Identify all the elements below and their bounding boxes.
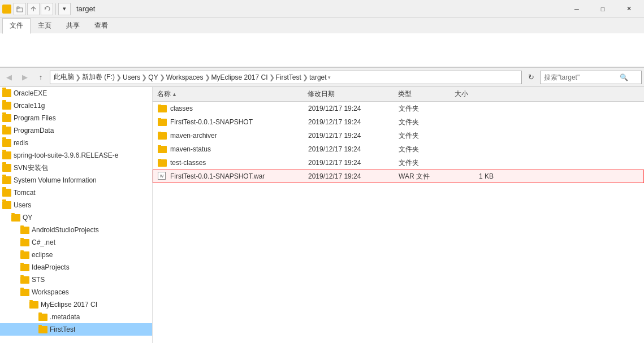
sidebar-label: .metadata: [50, 313, 80, 321]
sidebar-item-ideaprojects[interactable]: IdeaProjects: [0, 261, 152, 273]
folder-icon: [11, 214, 20, 222]
maximize-btn[interactable]: □: [590, 0, 616, 18]
path-qy[interactable]: QY: [148, 73, 158, 81]
back-btn[interactable]: ◀: [2, 71, 16, 84]
path-dropdown-icon[interactable]: ▾: [328, 75, 331, 80]
sidebar-item-metadata[interactable]: .metadata: [0, 311, 152, 323]
tab-view[interactable]: 查看: [87, 18, 115, 33]
file-type: 文件夹: [396, 131, 453, 141]
file-row-firsttest-snap[interactable]: FirstTest-0.0.1-SNAPSHOT 2019/12/17 19:2…: [153, 115, 644, 129]
sidebar-label: System Volume Information: [14, 176, 97, 184]
ribbon-tabs: 文件 主页 共享 查看: [0, 18, 644, 33]
sidebar-item-oracleexe[interactable]: OracleEXE: [0, 87, 152, 99]
file-name: FirstTest-0.0.1-SNAPSHOT.war: [170, 172, 265, 180]
undo-btn[interactable]: [41, 3, 53, 15]
file-name-cell: maven-status: [153, 145, 306, 153]
file-type: 文件夹: [396, 104, 453, 114]
quick-access-btn1[interactable]: [14, 3, 26, 15]
sidebar-label: STS: [32, 276, 45, 284]
refresh-btn[interactable]: ↻: [524, 71, 538, 84]
sidebar-item-systemvolume[interactable]: System Volume Information: [0, 174, 152, 186]
sidebar-label: FirstTest: [50, 325, 75, 333]
folder-icon: [2, 102, 11, 110]
sidebar-item-firsttest[interactable]: FirstTest: [0, 323, 152, 336]
path-computer[interactable]: 此电脑: [54, 72, 74, 82]
file-row-test-classes[interactable]: test-classes 2019/12/17 19:24 文件夹: [153, 156, 644, 170]
sidebar-item-users[interactable]: Users: [0, 199, 152, 211]
title-bar: ▾ target ─ □ ✕: [0, 0, 644, 18]
tab-file[interactable]: 文件: [2, 18, 31, 34]
file-row-war[interactable]: W FirstTest-0.0.1-SNAPSHOT.war 2019/12/1…: [153, 170, 644, 183]
file-name-cell: classes: [153, 105, 306, 112]
file-row-maven-status[interactable]: maven-status 2019/12/17 19:24 文件夹: [153, 142, 644, 156]
folder-icon: [158, 105, 167, 112]
tab-home[interactable]: 主页: [31, 18, 59, 33]
file-area: 名称 ▲ 修改日期 类型 大小 classes 2019/12/17 19:24: [153, 87, 644, 343]
forward-btn[interactable]: ▶: [18, 71, 32, 84]
up-btn[interactable]: ↑: [34, 71, 47, 84]
folder-icon: [2, 201, 11, 209]
sidebar-item-qy[interactable]: QY: [0, 211, 152, 224]
sidebar-item-tomcat[interactable]: Tomcat: [0, 186, 152, 199]
file-name: maven-archiver: [170, 132, 217, 140]
address-bar: ◀ ▶ ↑ 此电脑 ❯ 新加卷 (F:) ❯ Users ❯ QY ❯ Work…: [0, 68, 644, 87]
address-path[interactable]: 此电脑 ❯ 新加卷 (F:) ❯ Users ❯ QY ❯ Workspaces…: [50, 71, 522, 84]
svg-rect-1: [3, 6, 6, 8]
dropdown-btn[interactable]: ▾: [58, 3, 71, 15]
sidebar-label: QY: [23, 214, 32, 222]
window-title: target: [76, 5, 95, 13]
sidebar-item-csharp[interactable]: C#_.net: [0, 236, 152, 249]
sidebar-item-svn[interactable]: SVN安装包: [0, 162, 152, 174]
sidebar-item-programdata[interactable]: ProgramData: [0, 124, 152, 137]
file-row-maven-archiver[interactable]: maven-archiver 2019/12/17 19:24 文件夹: [153, 129, 644, 142]
folder-icon: [20, 239, 29, 246]
sidebar-label: Orcale11g: [14, 102, 45, 110]
path-workspaces[interactable]: Workspaces: [166, 73, 204, 81]
tab-share[interactable]: 共享: [59, 18, 87, 33]
path-drive[interactable]: 新加卷 (F:): [82, 72, 115, 82]
sidebar-item-programfiles[interactable]: Program Files: [0, 112, 152, 124]
sidebar-item-androidstudio[interactable]: AndroidStudioProjects: [0, 224, 152, 236]
path-myeclipse[interactable]: MyEclipse 2017 CI: [211, 73, 268, 81]
sidebar-label: redis: [14, 139, 28, 147]
col-name-header[interactable]: 名称 ▲: [153, 89, 305, 99]
sidebar-item-orcale11g[interactable]: Orcale11g: [0, 99, 152, 112]
file-name: classes: [170, 105, 193, 112]
sidebar-label: AndroidStudioProjects: [32, 226, 99, 234]
sort-arrow-icon: ▲: [172, 92, 177, 97]
sidebar-item-sts[interactable]: STS: [0, 273, 152, 286]
folder-icon: [20, 251, 29, 259]
path-target[interactable]: target: [309, 73, 327, 81]
window-icon: [2, 5, 11, 14]
sidebar-item-eclipse[interactable]: eclipse: [0, 249, 152, 261]
col-type-header[interactable]: 类型: [396, 89, 452, 99]
quick-access-btn2[interactable]: [27, 3, 40, 15]
file-name: test-classes: [170, 159, 206, 167]
sidebar-label: C#_.net: [32, 238, 55, 246]
path-firsttest[interactable]: FirstTest: [276, 73, 301, 81]
file-row-classes[interactable]: classes 2019/12/17 19:24 文件夹: [153, 102, 644, 115]
file-date: 2019/12/17 19:24: [306, 105, 396, 112]
col-size-header[interactable]: 大小: [452, 89, 498, 99]
close-btn[interactable]: ✕: [616, 0, 642, 18]
search-input[interactable]: [544, 73, 617, 81]
folder-icon: [2, 127, 11, 134]
main-layout: OracleEXE Orcale11g Program Files Progra…: [0, 87, 644, 343]
sidebar-item-spring[interactable]: spring-tool-suite-3.9.6.RELEASE-e: [0, 149, 152, 162]
sidebar-item-redis[interactable]: redis: [0, 137, 152, 149]
col-date-header[interactable]: 修改日期: [305, 89, 396, 99]
path-users[interactable]: Users: [123, 73, 140, 81]
sidebar-item-myeclipse2017ci[interactable]: MyEclipse 2017 CI: [0, 298, 152, 311]
folder-icon: [2, 189, 11, 197]
sidebar-item-workspaces[interactable]: Workspaces: [0, 286, 152, 298]
folder-icon: [2, 139, 11, 147]
title-bar-left: ▾ target: [2, 3, 95, 15]
search-icon[interactable]: 🔍: [620, 73, 628, 81]
minimize-btn[interactable]: ─: [564, 0, 590, 18]
sidebar-label: Program Files: [14, 114, 56, 122]
sidebar-label: Workspaces: [32, 288, 69, 296]
file-type: 文件夹: [396, 118, 453, 127]
file-type: 文件夹: [396, 158, 453, 168]
file-name-cell: test-classes: [153, 159, 306, 167]
folder-icon: [2, 151, 11, 159]
